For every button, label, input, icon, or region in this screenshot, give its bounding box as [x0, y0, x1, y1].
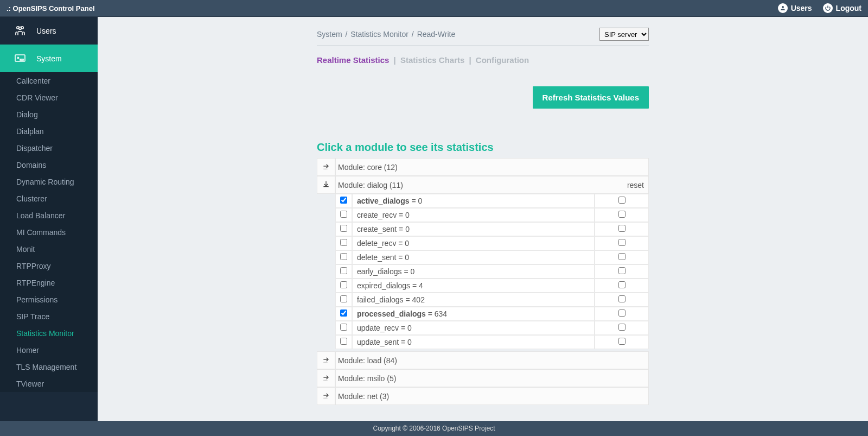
user-icon: [778, 3, 788, 13]
brand-title: .: OpenSIPS Control Panel: [7, 4, 95, 12]
power-icon: [823, 3, 833, 13]
header-logout-label: Logout: [836, 4, 861, 12]
topbar: .: OpenSIPS Control Panel Users Logout: [0, 0, 868, 17]
header-logout-link[interactable]: Logout: [823, 3, 861, 13]
header-users-label: Users: [791, 4, 812, 12]
svg-point-0: [782, 6, 784, 8]
header-users-link[interactable]: Users: [778, 3, 812, 13]
header-links: Users Logout: [778, 3, 861, 13]
